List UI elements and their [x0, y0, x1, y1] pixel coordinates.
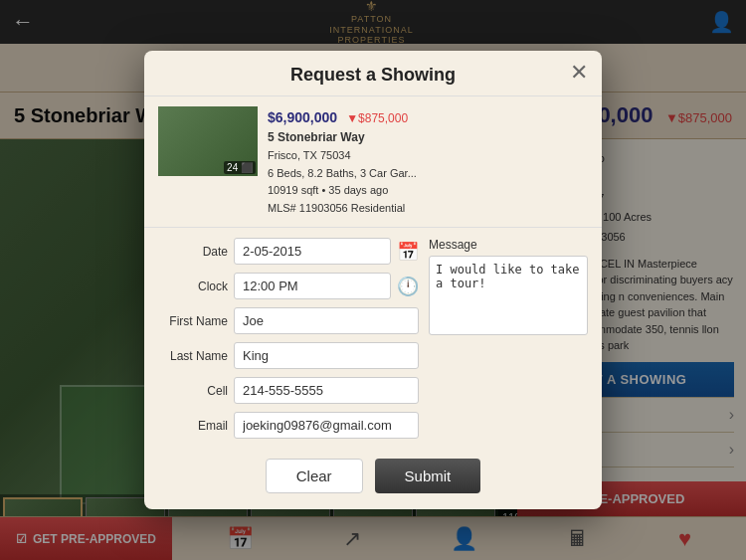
modal-property-preview: 24 ⬛ $6,900,000 ▼$875,000 5 Stonebriar W… [144, 96, 602, 229]
preview-city-state: Frisco, TX 75034 [268, 147, 588, 165]
preview-img-count: 24 ⬛ [224, 161, 256, 174]
clock-icon[interactable]: 🕛 [397, 276, 419, 297]
modal-overlay[interactable]: Request a Showing ✕ 24 ⬛ $6,900,000 ▼$87… [0, 0, 746, 560]
clock-input[interactable] [234, 273, 391, 299]
email-row: Email [158, 412, 419, 439]
date-input[interactable] [234, 238, 391, 265]
modal-title: Request a Showing [290, 65, 456, 85]
preview-details-text: 10919 sqft • 35 days ago [268, 182, 588, 200]
message-textarea[interactable]: I would like to take a tour! [429, 256, 588, 335]
preview-address: 5 Stonebriar Way [268, 128, 588, 147]
preview-details: $6,900,000 ▼$875,000 5 Stonebriar Way Fr… [268, 106, 588, 218]
last-name-row: Last Name [158, 342, 419, 369]
preview-image: 24 ⬛ [158, 106, 258, 176]
cell-input[interactable] [234, 377, 419, 404]
clear-button[interactable]: Clear [266, 459, 363, 493]
date-label: Date [158, 245, 228, 259]
first-name-row: First Name [158, 307, 419, 334]
last-name-label: Last Name [158, 349, 228, 363]
email-label: Email [158, 419, 228, 433]
request-showing-modal: Request a Showing ✕ 24 ⬛ $6,900,000 ▼$87… [144, 51, 602, 510]
email-input[interactable] [234, 412, 419, 439]
preview-specs: 6 Beds, 8.2 Baths, 3 Car Gar... [268, 165, 588, 183]
clock-label: Clock [158, 280, 228, 293]
preview-old-price: ▼$875,000 [346, 111, 408, 125]
last-name-input[interactable] [234, 342, 419, 369]
first-name-input[interactable] [234, 307, 419, 334]
modal-actions: Clear Submit [144, 449, 602, 493]
form-right: Message I would like to take a tour! [419, 238, 588, 439]
message-label: Message [429, 238, 588, 252]
calendar-picker-icon[interactable]: 📅 [397, 241, 419, 263]
modal-close-button[interactable]: ✕ [570, 60, 588, 86]
preview-price: $6,900,000 [268, 109, 337, 125]
modal-form-area: Date 📅 Clock 🕛 First Name Last Nam [144, 228, 602, 449]
submit-button[interactable]: Submit [375, 459, 481, 493]
preview-mls: MLS# 11903056 Residential [268, 200, 588, 218]
cell-row: Cell [158, 377, 419, 404]
form-left: Date 📅 Clock 🕛 First Name Last Nam [158, 238, 419, 439]
cell-label: Cell [158, 384, 228, 398]
modal-header: Request a Showing ✕ [144, 51, 602, 96]
clock-row: Clock 🕛 [158, 273, 419, 299]
first-name-label: First Name [158, 314, 228, 328]
date-row: Date 📅 [158, 238, 419, 265]
